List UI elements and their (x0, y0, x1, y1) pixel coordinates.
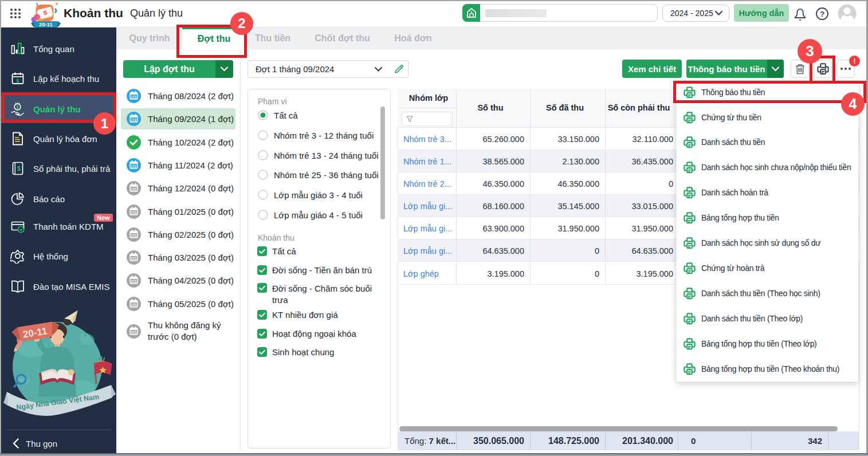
svg-text:?: ? (820, 10, 824, 18)
svg-text:$: $ (16, 78, 19, 84)
svg-text:$: $ (17, 165, 21, 172)
svg-text:20-11: 20-11 (39, 21, 53, 27)
